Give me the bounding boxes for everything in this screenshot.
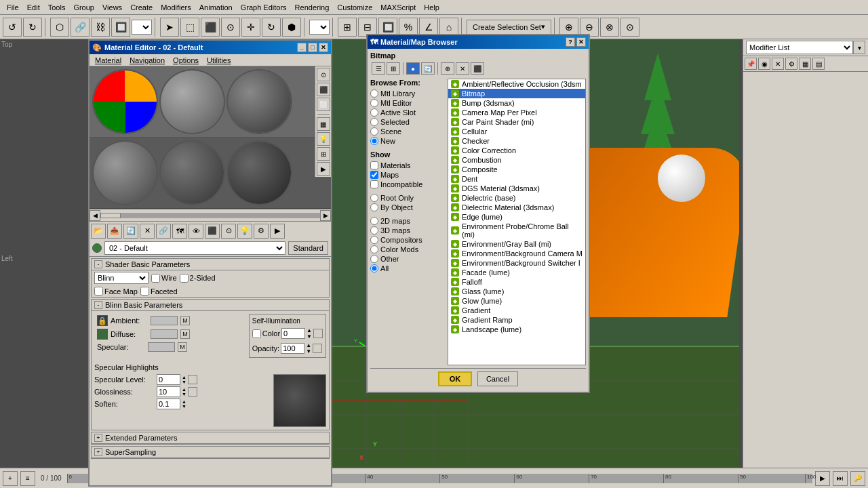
make-unique-btn[interactable]: ▦ bbox=[799, 58, 811, 70]
map-item-bump[interactable]: ◆ Bump (3dsmax) bbox=[448, 98, 585, 108]
next-frame-btn[interactable]: ⏭ bbox=[833, 471, 848, 486]
unlink-btn[interactable]: ⛓ bbox=[91, 18, 110, 37]
soften-spinner[interactable]: ▲ ▼ bbox=[182, 399, 186, 409]
map-list[interactable]: ◆ Ambient/Reflective Occlusion (3dsm ◆ B… bbox=[448, 79, 586, 365]
show-map-btn[interactable]: 👁 bbox=[189, 224, 203, 239]
mat-editor-restore[interactable]: □ bbox=[308, 43, 317, 52]
glossiness-input[interactable] bbox=[157, 386, 180, 397]
specular-map-btn[interactable]: M bbox=[178, 342, 187, 352]
menu-graph-editors[interactable]: Graph Editors bbox=[237, 2, 291, 13]
map-item-checker[interactable]: ◆ Checker bbox=[448, 136, 585, 146]
map-item-gradient-ramp[interactable]: ◆ Gradient Ramp bbox=[448, 315, 585, 325]
mat-menu-utilities[interactable]: Utilities bbox=[204, 56, 233, 65]
list-view-btn[interactable]: ☰ bbox=[372, 62, 385, 75]
remove-modifier-btn[interactable]: ✕ bbox=[772, 58, 784, 70]
browse-new-radio[interactable] bbox=[370, 137, 378, 145]
3d-maps-label[interactable]: 3D maps bbox=[370, 226, 445, 235]
gloss-map-btn[interactable] bbox=[188, 387, 197, 396]
menu-modifiers[interactable]: Modifiers bbox=[157, 2, 195, 13]
mat-menu-material[interactable]: Material bbox=[92, 56, 124, 65]
specular-level-input[interactable] bbox=[157, 374, 180, 385]
self-illum-down[interactable]: ▼ bbox=[307, 333, 312, 340]
layer-btn[interactable]: ⊗ bbox=[600, 18, 619, 37]
material-name-dropdown[interactable]: 02 - Default bbox=[104, 241, 285, 255]
soften-up[interactable]: ▲ bbox=[182, 399, 186, 404]
map-item-edge[interactable]: ◆ Edge (lume) bbox=[448, 212, 585, 222]
3d-maps-radio[interactable] bbox=[370, 226, 378, 235]
browse-scene-radio[interactable] bbox=[370, 127, 378, 136]
map-item-dgs[interactable]: ◆ DGS Material (3dsmax) bbox=[448, 184, 585, 193]
show-incompatible-label[interactable]: Incompatible bbox=[370, 180, 445, 188]
material-slot-3[interactable] bbox=[226, 69, 292, 134]
show-materials-label[interactable]: Materials bbox=[370, 161, 445, 169]
sample-box-btn[interactable]: ⬜ bbox=[317, 98, 330, 111]
opacity-up[interactable]: ▲ bbox=[306, 342, 311, 348]
2d-maps-radio[interactable] bbox=[370, 217, 378, 225]
sample-type-btn[interactable]: ⊙ bbox=[221, 224, 236, 239]
self-illum-color-checkbox[interactable] bbox=[252, 329, 261, 338]
mat-menu-navigation[interactable]: Navigation bbox=[127, 56, 167, 65]
specular-swatch[interactable] bbox=[148, 342, 175, 352]
browser-close-btn[interactable]: ✕ bbox=[576, 37, 586, 47]
faceted-checkbox[interactable] bbox=[140, 287, 149, 296]
other-label[interactable]: Other bbox=[370, 255, 445, 263]
material-slot-2[interactable] bbox=[159, 69, 225, 134]
tb-extra1[interactable]: ⊕ bbox=[441, 62, 454, 75]
ambient-map-btn[interactable]: M bbox=[180, 316, 190, 325]
show-materials-checkbox[interactable] bbox=[370, 161, 378, 169]
all-label[interactable]: All bbox=[370, 264, 445, 272]
gloss-down[interactable]: ▼ bbox=[182, 392, 186, 396]
menu-maxscript[interactable]: MAXScript bbox=[376, 2, 420, 13]
browser-ok-btn[interactable]: OK bbox=[438, 371, 472, 386]
2d-maps-label[interactable]: 2D maps bbox=[370, 217, 445, 225]
scroll-left-btn[interactable]: ◀ bbox=[90, 210, 100, 221]
map-item-env-gray[interactable]: ◆ Environment/Gray Ball (mi) bbox=[448, 239, 585, 249]
spec-level-up[interactable]: ▲ bbox=[182, 375, 186, 380]
opacity-map-btn[interactable] bbox=[313, 344, 322, 353]
map-item-glow[interactable]: ◆ Glow (lume) bbox=[448, 296, 585, 306]
browse-selected-radio[interactable] bbox=[370, 118, 378, 126]
map-item-gradient[interactable]: ◆ Gradient bbox=[448, 306, 585, 315]
extras-btn[interactable]: ⊙ bbox=[620, 18, 639, 37]
browse-new[interactable]: New bbox=[370, 137, 445, 145]
browse-mtl-editor-radio[interactable] bbox=[370, 99, 378, 107]
blinn-basic-collapse[interactable]: - bbox=[94, 301, 102, 309]
get-material-btn[interactable]: 📂 bbox=[91, 224, 106, 239]
compositors-radio[interactable] bbox=[370, 236, 378, 244]
map-item-falloff[interactable]: ◆ Falloff bbox=[448, 277, 585, 287]
map-item-cellular[interactable]: ◆ Cellular bbox=[448, 127, 585, 136]
modifier-dropdown-btn[interactable]: ▾ bbox=[853, 41, 865, 54]
root-only-label[interactable]: Root Only bbox=[370, 194, 445, 202]
configure-modifier-btn[interactable]: ⚙ bbox=[785, 58, 797, 70]
supersampling-collapse[interactable]: + bbox=[94, 448, 102, 456]
opacity-down[interactable]: ▼ bbox=[306, 348, 311, 354]
map-item-dent[interactable]: ◆ Dent bbox=[448, 174, 585, 184]
extended-params-collapse[interactable]: + bbox=[94, 434, 102, 442]
select-obj-btn[interactable]: ⬡ bbox=[50, 18, 69, 37]
menu-edit[interactable]: Edit bbox=[23, 2, 44, 13]
show-bg-btn[interactable]: ⬛ bbox=[205, 224, 220, 239]
options-btn[interactable]: ⚙ bbox=[254, 224, 269, 239]
glossiness-spinner[interactable]: ▲ ▼ bbox=[182, 387, 186, 396]
self-illum-up[interactable]: ▲ bbox=[307, 327, 312, 333]
mat-editor-close[interactable]: ✕ bbox=[319, 43, 328, 52]
rotate-btn[interactable]: ↻ bbox=[262, 18, 281, 37]
select-region-btn[interactable]: ⬚ bbox=[180, 18, 199, 37]
mat-ball-preview-btn[interactable]: ● bbox=[406, 62, 420, 75]
modifier-list-dropdown[interactable]: Modifier List bbox=[746, 41, 853, 54]
map-item-bitmap[interactable]: ◆ Bitmap bbox=[448, 89, 585, 98]
scene-refresh-btn[interactable]: 🔄 bbox=[421, 62, 435, 75]
collapse-to-btn[interactable]: ▤ bbox=[812, 58, 825, 70]
select-fence-btn[interactable]: ⬛ bbox=[201, 18, 220, 37]
show-incompatible-checkbox[interactable] bbox=[370, 180, 378, 188]
map-item-env-bg-camera[interactable]: ◆ Environment/Background Camera M bbox=[448, 249, 585, 258]
map-item-env-probe[interactable]: ◆ Environment Probe/Chrome Ball (mi) bbox=[448, 222, 585, 239]
backlight-btn[interactable]: 💡 bbox=[237, 224, 252, 239]
mirror-btn[interactable]: ⊞ bbox=[338, 18, 357, 37]
shader-type-dropdown[interactable]: Blinn bbox=[94, 272, 149, 284]
mat-menu-options[interactable]: Options bbox=[170, 56, 201, 65]
select-btn[interactable]: ➤ bbox=[160, 18, 179, 37]
by-object-radio[interactable] bbox=[370, 203, 378, 211]
material-slot-1[interactable] bbox=[92, 69, 158, 134]
map-item-dielectric-base[interactable]: ◆ Dielectric (base) bbox=[448, 193, 585, 203]
